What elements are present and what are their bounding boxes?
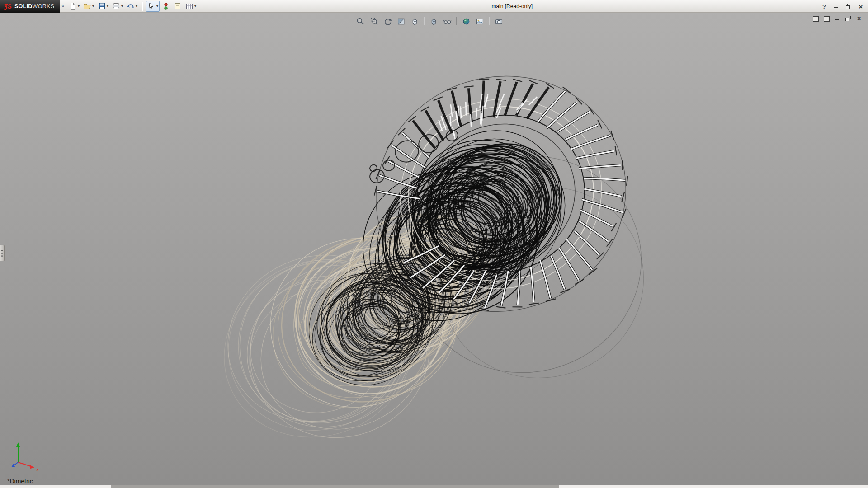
grip-dot [1,253,3,254]
document-title: main [Read-only] [491,3,533,9]
new-document-icon [69,2,77,10]
restore-icon [845,16,851,21]
save-icon [98,2,106,10]
close-window-button[interactable]: × [857,3,864,10]
taskbar-edge-segment [111,485,559,488]
apply-scene-button[interactable] [474,15,486,27]
doc-close-button[interactable]: × [855,15,863,22]
selection-filter-icon [162,2,170,10]
hide-show-items-button[interactable] [441,15,453,27]
graphics-area[interactable]: × x *Dimetric [0,13,868,485]
previous-view-icon [383,17,392,26]
properties-button[interactable] [172,1,183,12]
undo-icon [127,2,135,10]
dropdown-arrow-icon[interactable]: ▾ [194,4,196,8]
next-window-button[interactable] [823,15,830,22]
logo-text-bold: SOLID [14,3,33,9]
select-cursor-icon [147,2,156,10]
save-button[interactable]: ▾ [96,1,110,12]
grip-dot [1,255,3,257]
minimize-icon [835,16,840,21]
headsup-separator [456,17,457,25]
print-icon [112,2,120,10]
grip-dot [1,250,3,251]
section-view-icon [397,17,406,26]
orientation-triad: x [7,438,43,473]
display-style-button[interactable] [428,15,439,27]
dropdown-arrow-icon[interactable]: ▾ [78,4,80,8]
logo-text-light: WORKS [33,3,55,9]
main-toolbar: ▾ ▾ ▾ [67,1,198,12]
doc-minimize-button[interactable] [834,15,841,22]
edit-appearance-ball-icon [462,17,471,26]
open-button[interactable]: ▾ [82,1,95,12]
help-button[interactable]: ? [821,3,828,10]
dropdown-arrow-icon[interactable]: ▾ [92,4,94,8]
minimize-icon [834,4,839,9]
window-icon [813,16,819,22]
headsup-separator [489,17,490,25]
dropdown-arrow-icon[interactable]: ▾ [121,4,123,8]
selection-filter-button[interactable] [160,1,171,12]
options-grid-icon [185,2,193,10]
view-orientation-label: *Dimetric [7,478,33,485]
toolbar-separator [142,2,143,11]
taskbar-edge [0,485,868,488]
dropdown-arrow-icon[interactable]: ▾ [107,4,108,8]
document-window-controls: × [812,15,863,22]
view-settings-button[interactable] [493,15,505,27]
apply-scene-icon [476,17,484,26]
window-icon [824,16,830,22]
jet-engine-wireframe-model [0,13,868,485]
restore-icon [846,4,851,9]
dropdown-arrow-icon[interactable]: ▾ [136,4,137,8]
minimize-window-button[interactable] [833,3,840,10]
dropdown-arrow-icon[interactable]: ▾ [156,4,158,8]
titlebar: ƷS SOLIDWORKS » ▾ ▾ [0,0,868,13]
heads-up-toolbar [352,14,507,28]
select-button[interactable]: ▾ [146,1,160,12]
zoom-to-area-button[interactable] [368,15,380,27]
3ds-logo-icon: ƷS [4,3,12,10]
zoom-to-fit-icon [356,17,365,26]
open-folder-icon [83,2,91,10]
section-view-button[interactable] [395,15,407,27]
featuremanager-collapsed-tab[interactable] [0,245,5,261]
headsup-separator [424,17,425,25]
restore-window-button[interactable] [845,3,852,10]
undo-button[interactable]: ▾ [125,1,139,12]
zoom-to-area-icon [370,17,378,26]
triad-x-label: x [36,467,38,472]
doc-restore-button[interactable] [844,15,852,22]
view-orientation-button[interactable] [409,15,420,27]
options-button[interactable]: ▾ [184,1,198,12]
previous-view-button[interactable] [382,15,393,27]
previous-window-button[interactable] [812,15,819,22]
hide-show-glasses-icon [443,17,452,26]
solidworks-logo: ƷS SOLIDWORKS [0,0,60,13]
toolbar-expander-icon[interactable]: » [61,4,64,9]
window-controls: ? × [821,0,864,13]
view-settings-camera-icon [495,17,503,26]
edit-appearance-button[interactable] [460,15,472,27]
print-button[interactable]: ▾ [111,1,124,12]
view-orientation-cube-icon [410,17,419,26]
display-style-cube-icon [429,17,438,26]
zoom-to-fit-button[interactable] [354,15,366,27]
properties-note-icon [174,2,182,10]
new-document-button[interactable]: ▾ [67,1,81,12]
